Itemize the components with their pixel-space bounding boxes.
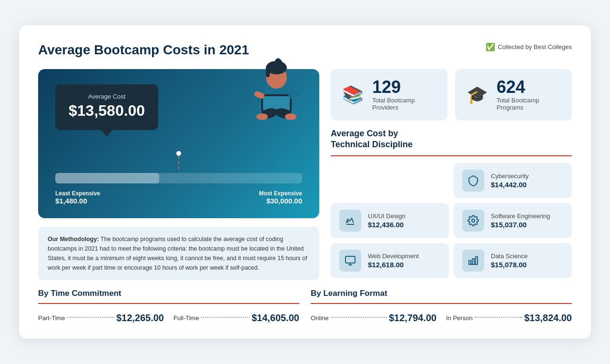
- discipline-item-uxui: UX/UI Design $12,436.00: [331, 203, 449, 238]
- svg-point-13: [285, 113, 296, 120]
- monitor-icon: [339, 250, 361, 272]
- discipline-header: Average Cost byTechnical Discipline: [331, 128, 572, 151]
- svg-rect-20: [469, 261, 471, 264]
- least-expensive: Least Expensive $1,480.00: [55, 190, 100, 205]
- svg-rect-21: [472, 259, 474, 264]
- discipline-item-webdev: Web Development $12,618.00: [331, 243, 449, 278]
- discipline-software-info: Software Engineering $15,037.00: [491, 212, 550, 229]
- design-icon: [339, 210, 361, 232]
- in-person-label: In Person: [446, 314, 473, 322]
- time-full-time: Full-Time $14,605.00: [173, 313, 299, 324]
- stat-programs-info: 624 Total BootcampPrograms: [497, 79, 539, 111]
- online-dots: [331, 317, 387, 318]
- uxui-value: $12,436.00: [368, 221, 406, 229]
- time-commitment-items: Part-Time $12,265.00 Full-Time $14,605.0…: [38, 313, 299, 324]
- discipline-divider: [331, 155, 572, 156]
- svg-rect-17: [346, 256, 355, 263]
- time-commitment-divider: [38, 303, 299, 304]
- providers-label: Total BootcampProviders: [372, 97, 415, 111]
- providers-number: 129: [372, 79, 415, 96]
- discipline-cybersecurity-info: Cybersecurity $14,442.00: [491, 172, 529, 189]
- full-time-value: $14,605.00: [252, 313, 299, 324]
- stats-row: 📚 129 Total BootcampProviders 🎓 624 Tota…: [331, 69, 572, 121]
- part-time-value: $12,265.00: [116, 313, 164, 324]
- stat-providers-info: 129 Total BootcampProviders: [372, 79, 415, 111]
- books-icon: 📚: [342, 85, 364, 105]
- stat-programs: 🎓 624 Total BootcampPrograms: [455, 69, 572, 121]
- discipline-grid: Cybersecurity $14,442.00: [331, 163, 572, 278]
- format-online: Online $12,794.00: [311, 313, 437, 324]
- left-panel: Average Cost $13,580.00 Least Expensi: [38, 69, 319, 280]
- cost-dashed-line: [178, 156, 179, 169]
- discipline-section: Average Cost byTechnical Discipline Cybe…: [331, 128, 572, 278]
- cybersecurity-name: Cybersecurity: [491, 172, 529, 180]
- person-illustration: [248, 43, 305, 126]
- time-commitment-section: By Time Commitment Part-Time $12,265.00 …: [38, 289, 299, 324]
- datascience-name: Data Science: [491, 253, 528, 260]
- stat-providers: 📚 129 Total BootcampProviders: [331, 69, 447, 121]
- learning-format-title: By Learning Format: [311, 289, 572, 298]
- part-time-dots: [67, 317, 114, 318]
- methodology-bold: Our Methodology:: [48, 236, 99, 243]
- cost-bar-fill: [55, 173, 159, 183]
- cost-hero-card: Average Cost $13,580.00 Least Expensi: [38, 69, 319, 218]
- graduation-icon: 🎓: [467, 85, 488, 105]
- discipline-item-software: Software Engineering $15,037.00: [454, 203, 572, 238]
- full-time-dots: [201, 317, 250, 318]
- chart-icon: [462, 250, 484, 272]
- cost-label: Average Cost: [69, 93, 145, 100]
- online-label: Online: [311, 314, 329, 322]
- webdev-name: Web Development: [368, 253, 419, 260]
- discipline-datascience-info: Data Science $15,078.00: [491, 253, 528, 269]
- svg-rect-6: [266, 67, 270, 77]
- discipline-item-cybersecurity: Cybersecurity $14,442.00: [454, 163, 572, 198]
- cost-indicator: [55, 151, 302, 169]
- discipline-item-datascience: Data Science $15,078.00: [454, 243, 572, 278]
- programs-label: Total BootcampPrograms: [497, 97, 539, 111]
- gear-icon: [462, 210, 484, 232]
- learning-format-divider: [311, 303, 572, 304]
- cost-bar-track: [55, 173, 302, 183]
- most-expensive: Most Expensive $30,000.00: [259, 190, 302, 205]
- datascience-value: $15,078.00: [491, 261, 528, 269]
- svg-point-16: [472, 219, 475, 222]
- discipline-uxui-info: UX/UI Design $12,436.00: [368, 212, 406, 229]
- discipline-webdev-info: Web Development $12,618.00: [368, 253, 419, 269]
- bottom-row: By Time Commitment Part-Time $12,265.00 …: [38, 289, 572, 324]
- online-value: $12,794.00: [389, 313, 437, 324]
- uxui-name: UX/UI Design: [368, 212, 406, 220]
- programs-number: 624: [497, 79, 539, 96]
- software-name: Software Engineering: [491, 212, 550, 220]
- cost-value: $13,580.00: [69, 102, 145, 120]
- time-part-time: Part-Time $12,265.00: [38, 313, 164, 324]
- in-person-value: $13,824.00: [524, 313, 572, 324]
- svg-rect-22: [476, 257, 478, 264]
- webdev-value: $12,618.00: [368, 261, 419, 269]
- shield-icon: [462, 170, 484, 192]
- collected-by-text: Collected by Best Colleges: [498, 43, 572, 51]
- collected-by-label: ✅ Collected by Best Colleges: [486, 42, 572, 51]
- full-time-label: Full-Time: [173, 314, 199, 322]
- cost-tooltip: Average Cost $13,580.00: [55, 84, 158, 130]
- in-person-dots: [475, 317, 522, 318]
- right-panel: 📚 129 Total BootcampProviders 🎓 624 Tota…: [331, 69, 572, 278]
- methodology-box: Our Methodology: The bootcamp programs u…: [38, 227, 319, 280]
- page-header: Average Bootcamp Costs in 2021 ✅ Collect…: [38, 42, 572, 58]
- time-commitment-title: By Time Commitment: [38, 289, 299, 298]
- learning-format-section: By Learning Format Online $12,794.00 In …: [311, 289, 572, 324]
- svg-point-12: [256, 113, 268, 120]
- format-in-person: In Person $13,824.00: [446, 313, 572, 324]
- cybersecurity-value: $14,442.00: [491, 181, 529, 189]
- page-title: Average Bootcamp Costs in 2021: [38, 42, 249, 58]
- cost-range: Least Expensive $1,480.00 Most Expensive…: [55, 190, 302, 205]
- cost-dot: [176, 151, 181, 156]
- verified-icon: ✅: [486, 42, 495, 51]
- main-card: Average Bootcamp Costs in 2021 ✅ Collect…: [19, 25, 591, 339]
- learning-format-items: Online $12,794.00 In Person $13,824.00: [311, 313, 572, 324]
- svg-rect-3: [263, 96, 290, 111]
- software-value: $15,037.00: [491, 221, 550, 229]
- main-row: Average Cost $13,580.00 Least Expensi: [38, 69, 572, 280]
- part-time-label: Part-Time: [38, 314, 65, 322]
